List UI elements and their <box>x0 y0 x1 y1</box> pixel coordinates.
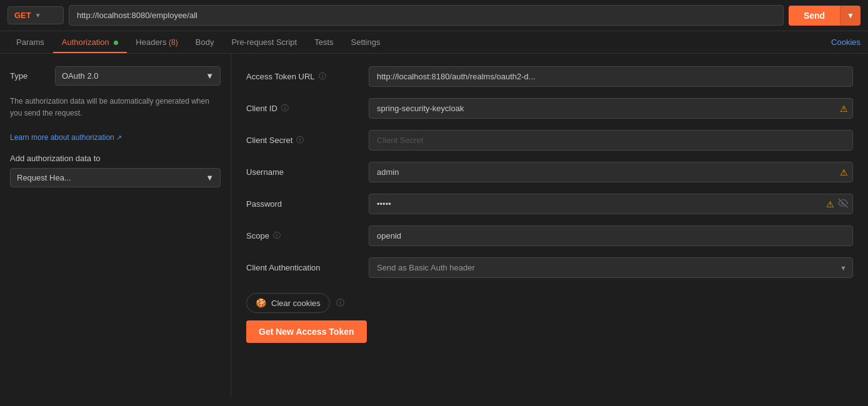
clear-cookies-label: Clear cookies <box>271 299 321 308</box>
url-input[interactable] <box>69 5 784 26</box>
username-input[interactable] <box>369 162 853 182</box>
client-auth-row: Client Authentication Send as Basic Auth… <box>246 257 853 278</box>
tab-prerequest[interactable]: Pre-request Script <box>222 31 306 53</box>
password-eye-icon[interactable] <box>838 198 848 210</box>
right-panel: Access Token URL ⓘ Client ID ⓘ ⚠ C <box>231 54 868 397</box>
password-icons: ⚠ <box>826 198 848 210</box>
tab-tests[interactable]: Tests <box>306 31 342 53</box>
type-row: Type OAuth 2.0 ▼ <box>10 66 221 86</box>
client-auth-label: Client Authentication <box>246 263 359 272</box>
tab-body[interactable]: Body <box>187 31 223 53</box>
client-id-info-icon[interactable]: ⓘ <box>281 103 289 114</box>
access-token-url-input[interactable] <box>369 66 853 87</box>
username-icons: ⚠ <box>840 167 848 177</box>
password-input-wrapper: ⚠ <box>369 194 853 214</box>
username-warning-icon: ⚠ <box>840 167 848 177</box>
scope-row: Scope ⓘ <box>246 225 853 246</box>
username-row: Username ⚠ <box>246 162 853 182</box>
method-select[interactable]: GET ▼ <box>7 6 64 24</box>
client-auth-select[interactable]: Send as Basic Auth header Send client cr… <box>369 257 853 278</box>
send-button[interactable]: Send <box>789 6 840 26</box>
send-btn-group: Send ▼ <box>789 6 861 26</box>
access-token-url-row: Access Token URL ⓘ <box>246 66 853 87</box>
get-new-access-token-button[interactable]: Get New Access Token <box>246 320 367 343</box>
add-auth-label: Add authorization data to <box>10 154 221 163</box>
send-dropdown-button[interactable]: ▼ <box>840 6 861 26</box>
client-id-input[interactable] <box>369 98 853 119</box>
client-id-warning-icon: ⚠ <box>840 104 848 114</box>
left-panel: Type OAuth 2.0 ▼ The authorization data … <box>0 54 231 397</box>
request-head-select[interactable]: Request Hea... ▼ <box>10 168 221 187</box>
access-token-url-label: Access Token URL ⓘ <box>246 71 359 82</box>
client-secret-row: Client Secret ⓘ <box>246 130 853 151</box>
tab-params[interactable]: Params <box>7 31 53 53</box>
clear-cookies-info-icon[interactable]: ⓘ <box>336 297 344 309</box>
access-token-url-input-wrapper <box>369 66 853 87</box>
tab-headers[interactable]: Headers (8) <box>127 31 186 53</box>
client-id-input-wrapper: ⚠ <box>369 98 853 119</box>
type-chevron-icon: ▼ <box>206 71 214 81</box>
request-head-value: Request Hea... <box>17 173 71 182</box>
client-auth-dropdown-wrapper: Send as Basic Auth header Send client cr… <box>369 257 853 278</box>
tab-authorization[interactable]: Authorization <box>53 31 127 53</box>
scope-info-icon[interactable]: ⓘ <box>273 230 281 241</box>
scope-input[interactable] <box>369 225 853 246</box>
clear-cookies-button[interactable]: 🍪 Clear cookies <box>246 293 330 313</box>
main-content: Type OAuth 2.0 ▼ The authorization data … <box>0 54 868 397</box>
client-secret-label: Client Secret ⓘ <box>246 135 359 146</box>
client-secret-input-wrapper <box>369 130 853 151</box>
type-label: Type <box>10 71 47 81</box>
url-bar: GET ▼ Send ▼ <box>0 0 868 31</box>
client-id-row: Client ID ⓘ ⚠ <box>246 98 853 119</box>
type-value: OAuth 2.0 <box>62 71 99 81</box>
password-row: Password ⚠ <box>246 194 853 214</box>
bottom-actions: 🍪 Clear cookies ⓘ Get New Access Token <box>246 293 853 343</box>
password-label: Password <box>246 199 359 209</box>
cookies-link[interactable]: Cookies <box>831 31 861 53</box>
tab-settings[interactable]: Settings <box>342 31 389 53</box>
cookie-icon: 🍪 <box>256 298 266 308</box>
password-warning-icon: ⚠ <box>826 199 834 209</box>
learn-more-link[interactable]: Learn more about authorization <box>10 133 122 142</box>
request-head-chevron-icon: ▼ <box>206 173 214 182</box>
client-id-label: Client ID ⓘ <box>246 103 359 114</box>
username-input-wrapper: ⚠ <box>369 162 853 182</box>
scope-input-wrapper <box>369 225 853 246</box>
client-secret-input[interactable] <box>369 130 853 151</box>
client-secret-info-icon[interactable]: ⓘ <box>296 135 304 146</box>
headers-badge: (8) <box>169 38 178 47</box>
add-auth-section: Add authorization data to Request Hea...… <box>10 154 221 187</box>
client-id-icons: ⚠ <box>840 104 848 114</box>
tabs-row: Params Authorization Headers (8) Body Pr… <box>0 31 868 54</box>
password-input[interactable] <box>369 194 853 214</box>
type-select[interactable]: OAuth 2.0 ▼ <box>55 66 221 86</box>
username-label: Username <box>246 167 359 177</box>
method-label: GET <box>14 11 31 20</box>
access-token-url-info-icon[interactable]: ⓘ <box>319 71 326 82</box>
auth-active-dot <box>114 41 118 45</box>
auth-info-text: The authorization data will be automatic… <box>10 96 221 144</box>
scope-label: Scope ⓘ <box>246 230 359 241</box>
method-chevron-icon: ▼ <box>35 12 41 19</box>
